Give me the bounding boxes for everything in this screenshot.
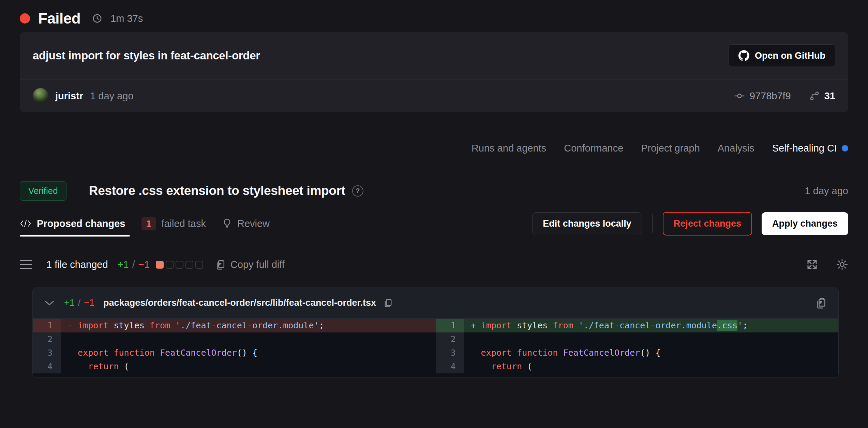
fix-actions: Edit changes locally Reject changes Appl… [532,212,848,236]
fix-time: 1 day ago [805,185,848,197]
file-additions: +1 [64,298,75,308]
tabs: Proposed changes 1 failed task Review [20,211,270,237]
line-number: 1 [436,319,464,332]
line-number: 4 [33,360,61,373]
copy-full-diff-label: Copy full diff [230,259,285,270]
active-tab-indicator-dot [842,145,848,152]
diffstat-block [156,261,164,269]
stat-separator: / [132,259,135,270]
diff-file-card: +1 / −1 packages/orders/feat-cancel-orde… [32,287,839,378]
line-number: 1 [33,319,61,332]
nav-item-project-graph[interactable]: Project graph [641,143,700,154]
diff-row: 3 export function FeatCancelOrder() { [33,346,436,360]
expand-fullscreen-icon[interactable] [806,258,818,271]
nav-item-analysis[interactable]: Analysis [718,143,754,154]
tab-review[interactable]: Review [222,211,270,237]
file-deletions: −1 [84,298,94,308]
diff-row: 4 return ( [436,360,839,373]
git-branch-icon [809,91,820,101]
code-line: - import styles from './feat-cancel-orde… [61,319,436,332]
code-line: export function FeatCancelOrder() { [464,346,839,360]
diff-row: 4 return ( [33,360,436,373]
code-line: export function FeatCancelOrder() { [61,346,436,360]
diffstat-text: +1 / −1 [118,259,150,270]
apply-changes-button[interactable]: Apply changes [762,212,848,235]
github-icon [738,50,749,61]
reject-changes-button[interactable]: Reject changes [663,212,752,236]
code-line: return ( [61,360,436,373]
diff-toolbar-right [806,258,848,271]
line-number: 3 [33,346,61,360]
file-stat-separator: / [78,298,81,308]
commit-time: 1 day ago [90,90,133,102]
copy-file-diff-icon[interactable] [816,297,827,309]
line-number: 2 [33,332,61,346]
commit-author-group: juristr 1 day ago [33,88,134,104]
additions-count: +1 [118,259,129,270]
open-on-github-label: Open on GitHub [755,51,825,61]
commit-hash: 9778b7f9 [750,90,791,102]
nav-item-label: Self-healing CI [772,143,837,154]
branch-count-group[interactable]: 31 [809,90,835,102]
tab-failed-task[interactable]: 1 failed task [141,211,206,237]
chevron-down-icon[interactable] [44,300,55,306]
code-line [464,332,839,346]
nav-item-label: Conformance [564,143,623,154]
nav-item-runs-and-agents[interactable]: Runs and agents [472,143,546,154]
diffstat-block [195,261,203,269]
line-number: 3 [436,346,464,360]
nav-item-label: Analysis [718,143,754,154]
nav-item-self-healing-ci[interactable]: Self-healing CI [772,143,848,154]
diff-pane-before: 1- import styles from './feat-cancel-ord… [33,319,436,377]
code-line: + import styles from './feat-cancel-orde… [464,319,839,332]
diffstat-block [185,261,193,269]
run-duration: 1m 37s [110,13,143,24]
files-changed-summary: 1 file changed [46,259,108,270]
diff-row: 2 [33,332,436,346]
failed-task-count-badge: 1 [141,217,156,230]
line-number: 2 [436,332,464,346]
page: Failed 1m 37s adjust import for styles i… [0,0,868,378]
diffstat-block [176,261,183,269]
diff-row: 1- import styles from './feat-cancel-ord… [33,319,436,332]
file-diffstat: +1 / −1 [64,298,94,308]
commit-title: adjust import for styles in feat-cancel-… [33,49,260,62]
verified-badge: Verified [20,181,66,201]
author-avatar[interactable] [33,88,48,104]
edit-changes-locally-button[interactable]: Edit changes locally [532,212,642,235]
diff-settings-gear-icon[interactable] [836,258,848,271]
nav-links: Runs and agentsConformanceProject graphA… [20,142,848,155]
run-status-label: Failed [38,10,80,27]
nav-item-label: Runs and agents [472,143,546,154]
diff-pane-after: 1+ import styles from './feat-cancel-ord… [436,319,839,377]
tab-proposed-changes-label: Proposed changes [37,218,125,229]
copy-full-diff-button[interactable]: Copy full diff [215,259,285,270]
fix-title: Restore .css extension to stylesheet imp… [89,184,345,198]
diff-file-header: +1 / −1 packages/orders/feat-cancel-orde… [33,287,838,319]
git-commit-icon [734,90,745,101]
nav-item-label: Project graph [641,143,700,154]
code-icon [20,219,31,228]
diffstat-blocks [156,261,203,269]
file-list-menu-icon[interactable] [20,260,32,269]
copy-path-icon[interactable] [384,298,392,308]
failed-status-dot [20,13,30,24]
commit-title-row: adjust import for styles in feat-cancel-… [20,32,848,79]
commit-hash-group[interactable]: 9778b7f9 [734,90,791,102]
help-icon[interactable] [352,185,363,197]
diff-body: 1- import styles from './feat-cancel-ord… [33,319,838,377]
actions-divider [652,214,653,233]
code-line [61,332,436,346]
tab-failed-task-label: failed task [161,218,206,229]
deletions-count: −1 [138,259,150,270]
open-on-github-button[interactable]: Open on GitHub [729,44,835,67]
diff-row: 3 export function FeatCancelOrder() { [436,346,839,360]
lightbulb-icon [222,218,232,229]
line-number: 4 [436,360,464,373]
diff-row: 1+ import styles from './feat-cancel-ord… [436,319,839,332]
clock-icon [92,13,102,24]
tabs-row: Proposed changes 1 failed task Review Ed… [20,211,848,237]
nav-item-conformance[interactable]: Conformance [564,143,623,154]
tab-proposed-changes[interactable]: Proposed changes [20,211,125,237]
author-name[interactable]: juristr [55,90,83,102]
